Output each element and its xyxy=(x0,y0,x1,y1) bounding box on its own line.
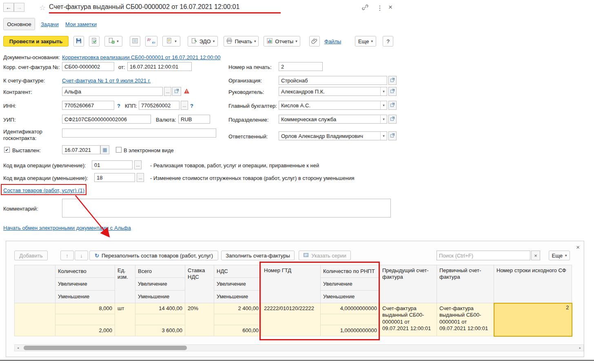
open-icon xyxy=(390,89,395,94)
total-decrease-cell[interactable]: 3 600,00 xyxy=(135,325,185,336)
currency-input[interactable] xyxy=(178,115,210,124)
attachments-button[interactable] xyxy=(309,36,320,47)
window-close-button[interactable]: × xyxy=(386,3,395,12)
move-up-button[interactable]: ↑ xyxy=(60,251,74,260)
vat-decrease-cell[interactable]: 600,00 xyxy=(214,325,262,336)
save-button[interactable] xyxy=(73,36,84,47)
panel-more-button[interactable]: Еще ▾ xyxy=(549,251,570,260)
kpp-help-link[interactable]: ? xyxy=(190,103,193,109)
print-number-input[interactable] xyxy=(279,62,323,71)
prev-invoice-cell[interactable]: Счет-фактура выданный СБ00-0000001 от 09… xyxy=(380,303,437,336)
to-invoice-link[interactable]: Счет-фактура № 1 от 9 июля 2021 г. xyxy=(62,78,151,84)
total-increase-cell[interactable]: 14 400,00 xyxy=(135,303,185,314)
horizontal-scrollbar[interactable]: ◄ ► xyxy=(14,344,584,351)
uip-input[interactable] xyxy=(62,115,151,124)
post-and-close-button[interactable]: Провести и закрыть xyxy=(3,36,69,47)
department-open-button[interactable] xyxy=(388,115,397,124)
row-selector-cell[interactable] xyxy=(15,303,55,336)
accountant-combo[interactable]: Кислов А.С. ▾ xyxy=(279,101,387,110)
help-button[interactable]: ? xyxy=(383,36,393,47)
move-down-button[interactable]: ↓ xyxy=(75,251,88,260)
set-series-button[interactable]: Указать серии xyxy=(299,251,351,260)
edo-button[interactable]: ЭДО ▾ xyxy=(188,36,218,47)
responsible-open-button[interactable] xyxy=(388,131,397,140)
more-button[interactable]: Еще ▾ xyxy=(355,36,376,47)
chevron-down-icon[interactable]: ▾ xyxy=(380,132,387,140)
op-code-inc-input[interactable] xyxy=(92,160,133,169)
fill-invoices-button[interactable]: Заполнить счета-фактуры xyxy=(221,251,295,260)
registers-list-button[interactable] xyxy=(130,36,140,47)
search-clear-button[interactable]: × xyxy=(531,251,540,260)
qty-decrease-cell[interactable]: 2,000 xyxy=(55,325,115,336)
reports-button[interactable]: Отчеты ▾ xyxy=(264,36,300,47)
counterparty-select-button[interactable]: ... xyxy=(164,87,171,96)
inn-help-link[interactable]: ? xyxy=(117,103,120,109)
manager-open-button[interactable] xyxy=(388,87,397,96)
base-docs-link[interactable]: Корректировка реализации СБ00-000001 от … xyxy=(62,54,221,60)
accountant-open-button[interactable] xyxy=(388,101,397,110)
chevron-down-icon[interactable]: ▾ xyxy=(380,87,387,95)
inn-input[interactable] xyxy=(62,101,114,110)
responsible-combo[interactable]: Орлов Александр Владимирович ▾ xyxy=(279,131,387,140)
document-actions-button[interactable]: ▾ xyxy=(162,36,180,47)
rnpt-middle-cell[interactable] xyxy=(321,314,380,325)
scroll-right-icon[interactable]: ► xyxy=(577,345,583,351)
print-button[interactable]: Печать ▾ xyxy=(224,36,259,47)
scrollbar-thumb[interactable] xyxy=(24,346,187,350)
create-based-on-button[interactable]: ▾ xyxy=(104,36,122,47)
issued-date-input[interactable] xyxy=(62,145,100,154)
items-table: Количество Ед. изм. Всего Ставка НДС НДС… xyxy=(14,265,572,337)
window-menu-button[interactable]: ⋮ xyxy=(375,3,384,12)
primary-invoice-cell[interactable]: Счет-фактура выданный СБ00-0000001 от 09… xyxy=(437,303,494,336)
electronic-checkbox[interactable] xyxy=(116,147,122,153)
issued-date-calendar-button[interactable]: ▦ xyxy=(100,145,109,154)
tab-main[interactable]: Основное xyxy=(3,18,35,30)
qty-increase-cell[interactable]: 8,000 xyxy=(55,303,115,314)
op-code-dec-select-button[interactable]: ... xyxy=(137,173,144,182)
counterparty-open-button[interactable] xyxy=(172,87,181,96)
comment-textarea[interactable] xyxy=(62,199,391,218)
files-link[interactable]: Файлы xyxy=(324,38,341,44)
gov-contract-input[interactable] xyxy=(62,129,216,138)
corr-number-input[interactable] xyxy=(62,62,114,71)
back-button[interactable]: ← xyxy=(3,3,14,12)
chevron-down-icon[interactable]: ▾ xyxy=(380,115,387,123)
selected-cell-source-line[interactable]: 2 xyxy=(494,303,572,336)
get-link-button[interactable] xyxy=(361,3,370,12)
total-middle-cell[interactable] xyxy=(135,314,185,325)
post-button[interactable] xyxy=(89,36,100,47)
scroll-left-icon[interactable]: ◄ xyxy=(15,345,21,351)
unit-cell[interactable]: шт xyxy=(115,303,135,336)
search-input[interactable] xyxy=(437,251,530,260)
tab-tasks[interactable]: Задачи xyxy=(41,21,59,27)
chevron-down-icon: ▾ xyxy=(371,39,373,43)
org-open-button[interactable] xyxy=(388,76,397,85)
forward-button[interactable]: → xyxy=(14,3,24,12)
goods-composition-link[interactable]: Состав товаров (работ, услуг) (1) xyxy=(3,187,84,193)
counterparty-input[interactable] xyxy=(62,87,163,96)
issued-checkbox[interactable]: ✔ xyxy=(4,147,10,153)
panel-close-icon[interactable]: × xyxy=(576,244,580,251)
op-code-dec-input[interactable] xyxy=(94,173,135,182)
rnpt-decrease-cell[interactable]: 1,00000000000 xyxy=(321,325,380,336)
vat-middle-cell[interactable] xyxy=(214,314,262,325)
tab-my-notes[interactable]: Мои заметки xyxy=(65,21,97,27)
corr-date-input[interactable] xyxy=(127,62,192,71)
qty-middle-cell[interactable] xyxy=(55,314,115,325)
add-row-button[interactable]: Добавить xyxy=(14,251,48,260)
rnpt-increase-cell[interactable]: 4,00000000000 xyxy=(321,303,380,314)
gtd-cell[interactable]: 22222/010120/22222 xyxy=(262,303,321,336)
department-combo[interactable]: Коммерческая служба ▾ xyxy=(279,115,387,124)
refill-items-button[interactable]: ↻ Перезаполнить состав товаров (работ, у… xyxy=(89,251,218,260)
manager-combo[interactable]: Александров П.К. ▾ xyxy=(279,87,387,96)
edo-exchange-link[interactable]: Начать обмен электронными документами с … xyxy=(3,225,131,231)
kpp-select-button[interactable]: ... xyxy=(181,101,188,110)
org-input[interactable] xyxy=(279,76,387,85)
vat-increase-cell[interactable]: 2 400,00 xyxy=(214,303,262,314)
vat-rate-cell[interactable]: 20% xyxy=(185,303,214,336)
kpp-input[interactable] xyxy=(139,101,180,110)
dt-kt-button[interactable]: Дт Кт xyxy=(145,36,157,47)
chevron-down-icon[interactable]: ▾ xyxy=(380,101,387,109)
op-code-inc-select-button[interactable]: ... xyxy=(134,160,142,169)
favorite-star-icon[interactable]: ☆ xyxy=(39,3,46,12)
